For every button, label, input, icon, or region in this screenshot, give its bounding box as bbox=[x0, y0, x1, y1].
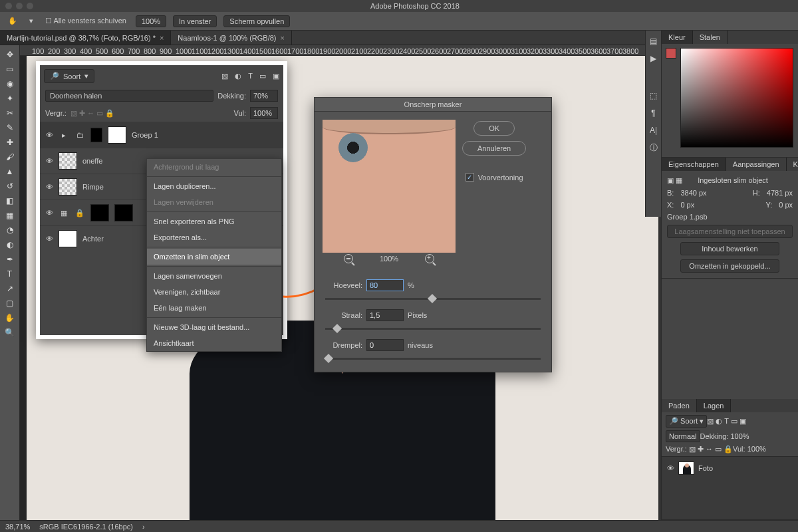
layer-thumbnail[interactable] bbox=[59, 152, 77, 170]
visibility-icon[interactable]: 👁 bbox=[45, 235, 53, 243]
close-icon[interactable]: × bbox=[280, 34, 284, 42]
fill-field[interactable]: 100% bbox=[250, 107, 278, 119]
scroll-all-checkbox[interactable]: ☐ Alle vensters schuiven bbox=[43, 15, 129, 27]
visibility-icon[interactable]: 👁 bbox=[45, 183, 53, 191]
foreground-color-swatch[interactable] bbox=[666, 48, 676, 59]
convert-linked-button[interactable]: Omzetten in gekoppeld... bbox=[680, 259, 779, 273]
menu-duplicate[interactable]: Lagen dupliceren... bbox=[147, 178, 281, 194]
tab-properties[interactable]: Eigenschappen bbox=[662, 158, 726, 171]
visibility-icon[interactable]: 👁 bbox=[45, 157, 53, 165]
heal-tool-icon[interactable]: ✚ bbox=[2, 136, 18, 149]
marquee-tool-icon[interactable]: ▭ bbox=[2, 63, 18, 76]
history-icon[interactable]: ▤ bbox=[648, 36, 659, 47]
play-icon[interactable]: ▶ bbox=[648, 53, 659, 64]
threshold-slider[interactable] bbox=[325, 358, 541, 360]
visibility-icon[interactable]: 👁 bbox=[45, 209, 53, 217]
tab-channels[interactable]: Kanalen bbox=[787, 158, 798, 171]
visibility-icon[interactable]: 👁 bbox=[45, 131, 53, 139]
layer-filter-dropdown[interactable]: 🔎 Soort ▾ bbox=[666, 415, 707, 428]
shape-tool-icon[interactable]: ▢ bbox=[2, 297, 18, 310]
stamp-tool-icon[interactable]: ▲ bbox=[2, 165, 18, 178]
layer-filter-dropdown[interactable]: 🔎 Soort ▾ bbox=[44, 69, 94, 83]
brush-tool-icon[interactable]: 🖌 bbox=[2, 150, 18, 164]
blend-mode-dropdown[interactable]: Doorheen halen bbox=[45, 90, 213, 102]
menu-convert-smart[interactable]: Omzetten in slim object bbox=[147, 249, 281, 265]
collapsed-panel-strip: ▤ ▶ ⬚ ¶ A| ⓘ bbox=[645, 31, 661, 217]
layer-thumbnail[interactable] bbox=[114, 204, 133, 221]
type-icon[interactable]: A| bbox=[648, 125, 659, 136]
menu-export-png[interactable]: Snel exporteren als PNG bbox=[147, 213, 281, 229]
blur-tool-icon[interactable]: ◔ bbox=[2, 223, 18, 237]
eraser-tool-icon[interactable]: ◧ bbox=[2, 194, 18, 207]
tab-swatches[interactable]: Stalen bbox=[693, 31, 728, 44]
ok-button[interactable]: OK bbox=[473, 121, 515, 136]
pen-tool-icon[interactable]: ✒ bbox=[2, 253, 18, 266]
color-picker[interactable] bbox=[680, 48, 793, 148]
chevron-right-icon[interactable]: › bbox=[142, 523, 145, 531]
history-tool-icon[interactable]: ↺ bbox=[2, 180, 18, 193]
amount-input[interactable] bbox=[366, 279, 404, 291]
layer-thumbnail[interactable] bbox=[59, 230, 77, 247]
smart-filter-icon[interactable]: ▣ bbox=[273, 72, 279, 80]
layer-row[interactable]: 👁 Foto bbox=[664, 460, 795, 477]
tab-adjustments[interactable]: Aanpassingen bbox=[726, 158, 787, 171]
menu-merge-visible[interactable]: Verenigen, zichtbaar bbox=[147, 284, 281, 300]
menu-flatten[interactable]: Eén laag maken bbox=[147, 300, 281, 316]
menu-export-as[interactable]: Exporteren als... bbox=[147, 229, 281, 245]
wand-tool-icon[interactable]: ✦ bbox=[2, 92, 18, 105]
info-icon[interactable]: ⓘ bbox=[648, 142, 659, 153]
adjust-filter-icon[interactable]: ◐ bbox=[235, 72, 241, 80]
layer-thumbnail[interactable] bbox=[108, 126, 126, 144]
zoom-in-icon[interactable] bbox=[425, 254, 434, 263]
menu-merge[interactable]: Lagen samenvoegen bbox=[147, 268, 281, 284]
type-tool-icon[interactable]: T bbox=[2, 267, 18, 281]
opacity-field[interactable]: 70% bbox=[250, 90, 278, 102]
radius-slider[interactable] bbox=[325, 328, 541, 330]
tab-paths[interactable]: Paden bbox=[662, 399, 697, 412]
layer-thumbnail[interactable] bbox=[59, 178, 77, 196]
layercomp-dropdown[interactable]: Laagsamenstelling niet toepassen bbox=[667, 225, 793, 238]
brush-icon[interactable]: ⬚ bbox=[648, 90, 659, 101]
visibility-icon[interactable]: 👁 bbox=[666, 464, 674, 472]
menu-postcard[interactable]: Ansichtkaart bbox=[147, 335, 281, 351]
tab-doc-2[interactable]: Naamloos-1 @ 100% (RGB/8)× bbox=[171, 31, 292, 45]
zoom-tool-icon[interactable]: 🔍 bbox=[2, 326, 18, 339]
traffic-close[interactable] bbox=[5, 3, 12, 9]
fit-screen-button[interactable]: In venster bbox=[173, 15, 217, 27]
zoom-100-button[interactable]: 100% bbox=[136, 15, 166, 27]
zoom-out-icon[interactable] bbox=[344, 254, 353, 263]
gradient-tool-icon[interactable]: ▦ bbox=[2, 209, 18, 222]
layer-thumbnail[interactable] bbox=[678, 462, 694, 475]
type-filter-icon[interactable]: T bbox=[248, 72, 253, 80]
threshold-input[interactable] bbox=[366, 339, 404, 351]
layer-row[interactable]: 👁▸🗀Groep 1 bbox=[40, 122, 283, 148]
blend-mode-dropdown[interactable]: Normaal bbox=[666, 430, 700, 442]
menu-3d-from-file[interactable]: Nieuwe 3D-laag uit bestand... bbox=[147, 319, 281, 335]
hand-tool-icon[interactable]: ✋ bbox=[2, 311, 18, 325]
shape-filter-icon[interactable]: ▭ bbox=[259, 72, 266, 80]
char-icon[interactable]: ¶ bbox=[648, 108, 659, 118]
lasso-tool-icon[interactable]: ◉ bbox=[2, 77, 18, 90]
cancel-button[interactable]: Annuleren bbox=[462, 141, 526, 156]
path-tool-icon[interactable]: ↗ bbox=[2, 282, 18, 295]
fill-screen-button[interactable]: Scherm opvullen bbox=[223, 15, 290, 27]
hand-tool-icon[interactable]: ✋ bbox=[5, 15, 20, 27]
status-zoom[interactable]: 38,71% bbox=[5, 523, 30, 531]
tab-layers[interactable]: Lagen bbox=[697, 399, 732, 412]
traffic-max[interactable] bbox=[27, 3, 33, 9]
tab-doc-1[interactable]: Martijn-tutorial.psd @ 38,7% (Foto, RGB/… bbox=[0, 31, 171, 45]
chevron-down-icon[interactable]: ▾ bbox=[27, 15, 36, 27]
tab-color[interactable]: Kleur bbox=[662, 31, 693, 44]
move-tool-icon[interactable]: ✥ bbox=[2, 48, 18, 61]
edit-contents-button[interactable]: Inhoud bewerken bbox=[680, 242, 779, 255]
radius-input[interactable] bbox=[366, 309, 404, 321]
preview-checkbox[interactable]: ✓Voorvertoning bbox=[466, 173, 523, 182]
crop-tool-icon[interactable]: ✂ bbox=[2, 106, 18, 120]
amount-slider[interactable] bbox=[325, 298, 541, 300]
eyedropper-tool-icon[interactable]: ✎ bbox=[2, 121, 18, 134]
filter-preview[interactable] bbox=[323, 120, 456, 253]
traffic-min[interactable] bbox=[16, 3, 23, 9]
close-icon[interactable]: × bbox=[160, 34, 164, 42]
dodge-tool-icon[interactable]: ◐ bbox=[2, 238, 18, 251]
pixel-filter-icon[interactable]: ▧ bbox=[221, 72, 228, 80]
